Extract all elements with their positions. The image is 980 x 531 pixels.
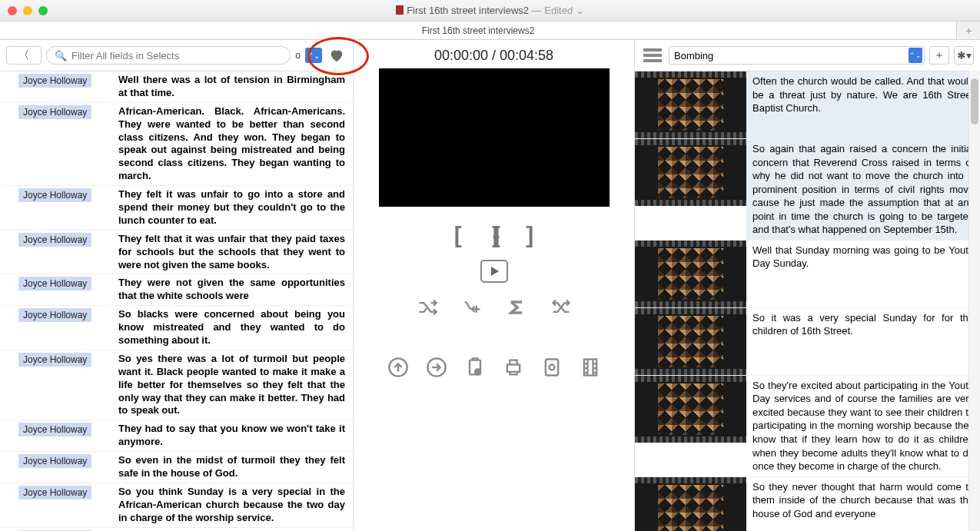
transcript-row[interactable]: Joyce HollowayThey were not given the sa… bbox=[0, 274, 353, 306]
upload-icon[interactable] bbox=[387, 357, 409, 378]
filter-field[interactable] bbox=[71, 50, 282, 61]
transcript-text: African-American. Black. African-America… bbox=[115, 103, 353, 185]
transcript-row[interactable]: Joyce HollowayThat means that they're in… bbox=[0, 528, 353, 531]
clip-thumbnail[interactable] bbox=[635, 308, 746, 375]
speaker-cell: Joyce Holloway bbox=[0, 420, 115, 451]
clip-row[interactable]: So it was a very special Sunday for for … bbox=[635, 308, 980, 376]
speaker-cell: Joyce Holloway bbox=[0, 452, 115, 483]
transcript-row[interactable]: Joyce HollowayAfrican-American. Black. A… bbox=[0, 103, 353, 186]
svg-point-6 bbox=[549, 365, 554, 370]
document-icon bbox=[396, 5, 404, 15]
speaker-chip: Joyce Holloway bbox=[18, 105, 91, 119]
mark-in-icon[interactable]: [ bbox=[454, 222, 462, 248]
clip-text: So again that again raised a concern the… bbox=[746, 139, 980, 240]
list-view-toggle[interactable] bbox=[641, 44, 664, 67]
transcript-row[interactable]: Joyce HollowayThey felt it was unfair to… bbox=[0, 186, 353, 231]
film-icon[interactable] bbox=[580, 357, 601, 378]
window-minimize[interactable] bbox=[23, 6, 32, 15]
add-marker-icon[interactable] bbox=[461, 297, 483, 318]
window-zoom[interactable] bbox=[38, 6, 48, 15]
speaker-cell: Joyce Holloway bbox=[0, 103, 115, 185]
transcript-text: So you think Sunday is a very special in… bbox=[115, 483, 353, 527]
clip-row[interactable]: Well that Sunday morning was going to be… bbox=[635, 241, 980, 308]
transcript-row[interactable]: Joyce HollowaySo blacks were concerned a… bbox=[0, 306, 353, 350]
clip-text: Often the church would be called. And th… bbox=[746, 71, 980, 138]
speaker-cell: Joyce Holloway bbox=[0, 483, 115, 527]
clip-thumbnail[interactable] bbox=[635, 139, 746, 206]
clip-thumbnail[interactable] bbox=[635, 71, 746, 138]
new-tab-button[interactable]: ＋ bbox=[957, 22, 980, 39]
filter-dropdown[interactable]: ⌃⌄ bbox=[305, 48, 322, 63]
clipboard-icon[interactable] bbox=[464, 357, 486, 378]
clip-text: So it was a very special Sunday for for … bbox=[746, 308, 980, 375]
favorite-icon[interactable] bbox=[327, 47, 347, 64]
media-icon[interactable] bbox=[541, 357, 563, 378]
clip-row[interactable]: Often the church would be called. And th… bbox=[635, 71, 980, 139]
transcript-row[interactable]: Joyce HollowaySo yes there was a lot of … bbox=[0, 350, 353, 420]
speaker-chip: Joyce Holloway bbox=[18, 353, 91, 367]
speaker-cell: Joyce Holloway bbox=[0, 306, 115, 350]
transcript-row[interactable]: Joyce HollowayThey had to say that you k… bbox=[0, 420, 353, 452]
scrollbar[interactable] bbox=[968, 71, 980, 531]
speaker-chip: Joyce Holloway bbox=[18, 308, 91, 322]
speaker-cell: Joyce Holloway bbox=[0, 186, 115, 230]
window-title: First 16th street interviews2 — Edited ⌄ bbox=[0, 5, 980, 16]
scrollbar-thumb[interactable] bbox=[971, 78, 978, 124]
speaker-cell: Joyce Holloway bbox=[0, 231, 115, 274]
transcript-text: That means that they're in charge of sin… bbox=[115, 528, 353, 531]
transcript-row[interactable]: Joyce HollowayThey felt that it was unfa… bbox=[0, 231, 353, 275]
transcript-text: So even in the midst of turmoil they the… bbox=[115, 452, 353, 483]
print-icon[interactable] bbox=[503, 357, 524, 378]
gear-icon: ✱ bbox=[957, 49, 966, 61]
settings-button[interactable]: ✱▾ bbox=[954, 46, 974, 65]
clip-row[interactable]: So they never thought that harm would co… bbox=[635, 477, 980, 531]
video-viewer[interactable] bbox=[379, 68, 610, 207]
transcript-text: They had to say that you know we won't t… bbox=[115, 420, 353, 451]
play-button[interactable] bbox=[480, 260, 508, 283]
clip-text: So they're excited about participating i… bbox=[746, 376, 980, 476]
transcript-text: They felt it was unfair to go into a sto… bbox=[115, 186, 353, 230]
window-close[interactable] bbox=[8, 6, 17, 15]
svg-rect-4 bbox=[507, 365, 519, 372]
speaker-cell: Joyce Holloway bbox=[0, 274, 115, 305]
mark-clip-icon[interactable]: [ - ] bbox=[493, 222, 496, 248]
clip-text: Well that Sunday morning was going to be… bbox=[746, 241, 980, 307]
export-icon[interactable] bbox=[426, 357, 447, 378]
clip-row[interactable]: So again that again raised a concern the… bbox=[635, 139, 980, 241]
speaker-chip: Joyce Holloway bbox=[18, 486, 91, 499]
svg-rect-5 bbox=[545, 360, 557, 376]
filter-input[interactable]: 🔍 bbox=[46, 46, 291, 65]
speaker-chip: Joyce Holloway bbox=[18, 277, 91, 290]
category-combo[interactable]: Bombing ⌃⌄ bbox=[669, 46, 925, 65]
back-button[interactable]: 〈 bbox=[6, 46, 42, 65]
transcript-row[interactable]: Joyce HollowayWell there was a lot of te… bbox=[0, 71, 353, 103]
mark-out-icon[interactable]: ] bbox=[526, 222, 533, 248]
document-tab[interactable]: First 16th street interviews2 bbox=[0, 22, 957, 39]
add-button[interactable]: ＋ bbox=[929, 46, 949, 65]
clip-thumbnail[interactable] bbox=[635, 241, 746, 307]
clip-thumbnail[interactable] bbox=[635, 477, 746, 531]
converge-icon[interactable] bbox=[550, 297, 572, 318]
clip-thumbnail[interactable] bbox=[635, 376, 746, 443]
options-label: o bbox=[295, 50, 301, 61]
speaker-cell: Joyce Holloway bbox=[0, 71, 115, 102]
transcript-text: So blacks were concerned about being you… bbox=[115, 306, 353, 350]
speaker-cell: Joyce Holloway bbox=[0, 528, 115, 531]
transcript-text: So yes there was a lot of turmoil but pe… bbox=[115, 350, 353, 420]
transcript-text: They felt that it was unfair that they p… bbox=[115, 231, 353, 274]
svg-point-3 bbox=[475, 369, 480, 374]
transcript-row[interactable]: Joyce HollowaySo you think Sunday is a v… bbox=[0, 483, 353, 528]
sum-icon[interactable] bbox=[506, 297, 527, 318]
speaker-chip: Joyce Holloway bbox=[18, 233, 91, 247]
speaker-chip: Joyce Holloway bbox=[18, 423, 91, 436]
clip-row[interactable]: So they're excited about participating i… bbox=[635, 376, 980, 477]
speaker-chip: Joyce Holloway bbox=[18, 74, 91, 88]
transcript-text: Well there was a lot of tension in Birmi… bbox=[115, 71, 353, 102]
chevron-updown-icon: ⌃⌄ bbox=[909, 48, 922, 63]
timecode-display: 00:00:00 / 00:04:58 bbox=[434, 48, 553, 64]
clip-text: So they never thought that harm would co… bbox=[746, 477, 980, 531]
shuffle-icon[interactable] bbox=[417, 297, 438, 318]
transcript-row[interactable]: Joyce HollowaySo even in the midst of tu… bbox=[0, 452, 353, 483]
transcript-text: They were not given the same opportuniti… bbox=[115, 274, 353, 305]
speaker-cell: Joyce Holloway bbox=[0, 350, 115, 420]
